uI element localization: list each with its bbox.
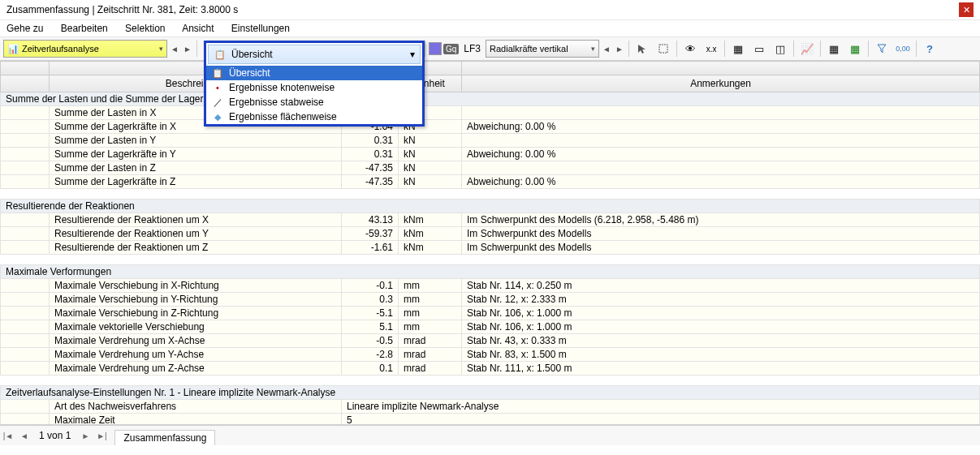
table-compact-icon[interactable]: ▭ [749,39,769,58]
chart-view-icon[interactable]: 📈 [797,39,817,58]
color-swatch[interactable] [429,42,442,55]
surface-icon: ◆ [211,112,224,122]
chart-icon: 📊 [7,44,19,54]
table-row[interactable]: Maximale Verschiebung in X-Richtung-0.1m… [1,279,980,293]
section-header: Zeitverlaufsanalyse-Einstellungen Nr. 1 … [1,386,980,400]
table-row[interactable]: Summe der Lagerkräfte in X-1.04kNAbweich… [1,120,980,134]
menu-goto[interactable]: Gehe zu [6,23,43,34]
prev-lf-button[interactable]: ◄ [601,40,612,58]
dropdown-option-surfaces[interactable]: ◆Ergebnisse flächenweise [206,109,422,124]
title-bar: Zusammenfassung | Zeitschritt Nr. 381, Z… [0,0,980,20]
annotation-icon[interactable]: x.x [702,39,721,58]
view-dropdown-open: 📋Übersicht ▾ 📋Übersicht •Ergebnisse knot… [204,41,425,127]
menu-bar: Gehe zu Bearbeiten Selektion Ansicht Ein… [0,20,980,37]
dropdown-option-overview[interactable]: 📋Übersicht [206,66,422,80]
close-button[interactable]: ✕ [959,2,974,17]
table-row[interactable]: Maximale Zeit5 [1,414,980,426]
dropdown-option-members[interactable]: ／Ergebnisse stabweise [206,95,422,109]
table-split-icon[interactable]: ◫ [771,39,790,58]
last-page-button[interactable]: ►| [93,431,110,440]
overview-icon: 📋 [214,49,227,60]
chevron-down-icon: ▾ [410,49,415,60]
footer-bar: |◄ ◄ 1 von 1 ► ►| Zusammenfassung [0,425,980,445]
analysis-type-dropdown[interactable]: 📊Zeitverlaufsanalyse ▾ [3,40,167,58]
overview-icon: 📋 [211,68,224,79]
table-row[interactable]: Summe der Lasten in Y0.31kN [1,134,980,148]
member-icon: ／ [211,97,224,109]
table-row[interactable]: Maximale Verdrehung um Y-Achse-2.8mradSt… [1,348,980,362]
menu-edit[interactable]: Bearbeiten [61,23,108,34]
filter-icon[interactable] [872,39,891,58]
col-notes[interactable]: Anmerkungen [462,75,980,92]
table-row[interactable]: Maximale vektorielle Verschiebung5.1mmSt… [1,320,980,334]
page-indicator: 1 von 1 [32,430,77,441]
loadcase-dropdown[interactable]: Radialkräfte vertikal▾ [486,40,599,58]
results-table: Beschreibung Wert Einheit Anmerkungen Su… [0,61,980,425]
table-row[interactable]: Maximale Verdrehung um Z-Achse0.1mradSta… [1,362,980,376]
table-row[interactable]: Summe der Lasten in Z-47.35kN [1,161,980,175]
menu-view[interactable]: Ansicht [182,23,214,34]
load-type-tag: Gq [443,44,459,54]
table-row[interactable]: Maximale Verschiebung in Z-Richtung-5.1m… [1,307,980,320]
window-title: Zusammenfassung | Zeitschritt Nr. 381, Z… [6,0,959,19]
toolbar: 📊Zeitverlaufsanalyse ▾ ◄ ► ◄ ► Gq LF3 Ra… [0,37,980,61]
svg-rect-0 [659,45,667,53]
prev-type-button[interactable]: ◄ [169,40,180,58]
first-page-button[interactable]: |◄ [0,431,16,440]
table-full-icon[interactable]: ▦ [728,39,748,58]
table-row[interactable]: Summe der Lagerkräfte in Y0.31kNAbweichu… [1,148,980,161]
view-result-icon[interactable]: 👁 [680,39,700,58]
export-excel-icon[interactable]: ▦ [845,39,865,58]
next-lf-button[interactable]: ► [614,40,625,58]
section-header: Maximale Verformungen [1,265,980,279]
menu-selection[interactable]: Selektion [125,23,165,34]
table-row[interactable]: Summe der Lasten in X-1.04kN [1,106,980,120]
help-icon[interactable]: ? [920,39,939,58]
select-arrow-icon[interactable] [632,39,652,58]
select-region-icon[interactable] [654,39,673,58]
load-code: LF3 [464,43,481,54]
prev-page-button[interactable]: ◄ [16,431,32,440]
section-header: Summe der Lasten und die Summe der Lager… [1,92,980,106]
next-page-button[interactable]: ► [77,431,93,440]
table-row[interactable]: Resultierende der Reaktionen um Z-1.61kN… [1,241,980,255]
menu-settings[interactable]: Einstellungen [231,23,290,34]
table-row[interactable]: Art des NachweisverfahrensLineare impliz… [1,400,980,414]
table-row[interactable]: Resultierende der Reaktionen um X43.13kN… [1,213,980,227]
chevron-down-icon: ▾ [159,45,163,53]
dropdown-option-nodes[interactable]: •Ergebnisse knotenweise [206,80,422,95]
section-header: Resultierende der Reaktionen [1,200,980,213]
next-type-button[interactable]: ► [182,40,193,58]
view-dropdown-selected[interactable]: 📋Übersicht ▾ [208,45,421,64]
node-icon: • [211,83,224,92]
table-row[interactable]: Maximale Verschiebung in Y-Richtung0.3mm… [1,293,980,307]
chevron-down-icon: ▾ [591,45,595,53]
table-row[interactable]: Maximale Verdrehung um X-Achse-0.5mradSt… [1,334,980,348]
results-table-scroll[interactable]: Beschreibung Wert Einheit Anmerkungen Su… [0,61,980,425]
precision-icon[interactable]: 0,00 [893,39,913,58]
table-row[interactable]: Resultierende der Reaktionen um Y-59.37k… [1,227,980,241]
grid-icon[interactable]: ▦ [824,39,844,58]
sheet-tab[interactable]: Zusammenfassung [114,430,215,445]
table-row[interactable]: Summe der Lagerkräfte in Z-47.35kNAbweic… [1,175,980,189]
col-blank[interactable] [1,75,50,92]
